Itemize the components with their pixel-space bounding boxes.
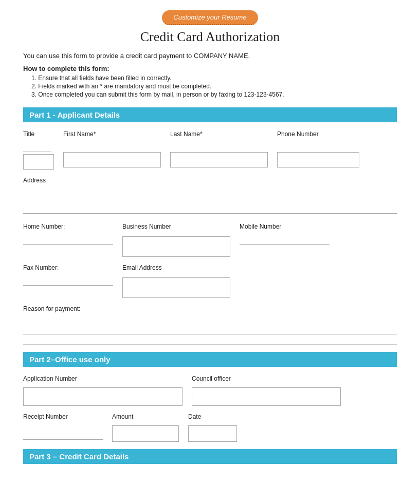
home-number-input[interactable] xyxy=(23,232,113,245)
date-input[interactable] xyxy=(188,425,237,442)
app-number-group: Application Number xyxy=(23,375,182,406)
email-label: Email Address xyxy=(122,264,230,271)
part1-row2: Home Number: Business Number Mobile Numb… xyxy=(23,223,397,257)
customize-resume-button[interactable]: Customize your Resume xyxy=(162,10,258,25)
email-input[interactable] xyxy=(122,277,230,298)
amount-label: Amount xyxy=(112,413,179,420)
business-number-group: Business Number xyxy=(122,223,230,257)
reason-group: Reason for payment: xyxy=(23,305,397,335)
last-name-input[interactable] xyxy=(170,152,268,167)
home-number-label: Home Number: xyxy=(23,223,113,230)
amount-group: Amount xyxy=(112,413,179,442)
how-to-step-1: 1. Ensure that all fields have been fill… xyxy=(31,74,397,82)
council-label: Council officer xyxy=(192,375,341,382)
part2-header: Part 2–Office use only xyxy=(23,352,397,367)
date-label: Date xyxy=(188,413,237,420)
last-name-label: Last Name* xyxy=(170,130,268,138)
title-select-input[interactable] xyxy=(23,154,54,170)
part1-row3: Fax Number: Email Address xyxy=(23,264,397,298)
phone-label: Phone Number xyxy=(277,130,359,138)
title-group: Title xyxy=(23,130,54,170)
phone-input[interactable] xyxy=(277,152,359,167)
how-to-step-3: 3. Once completed you can submit this fo… xyxy=(31,91,397,98)
last-name-group: Last Name* xyxy=(170,130,268,167)
fax-group: Fax Number: xyxy=(23,264,113,286)
title-input[interactable] xyxy=(23,140,51,152)
part1-row1: Title First Name* Last Name* Phone Numbe… xyxy=(23,130,397,170)
address-group: Address xyxy=(23,177,397,214)
part3-header: Part 3 – Credit Card Details xyxy=(23,449,397,464)
app-number-label: Application Number xyxy=(23,375,182,382)
reason-label: Reason for payment: xyxy=(23,305,397,312)
intro-text: You can use this form to provide a credi… xyxy=(23,52,397,60)
mobile-number-label: Mobile Number xyxy=(240,223,330,230)
fax-label: Fax Number: xyxy=(23,264,113,271)
how-to-section: How to complete this form: 1. Ensure tha… xyxy=(23,65,397,98)
how-to-step-2: 2. Fields marked with an * are mandatory… xyxy=(31,83,397,90)
app-number-input[interactable] xyxy=(23,387,182,406)
receipt-input[interactable] xyxy=(23,427,103,440)
page-title: Credit Card Authorization xyxy=(23,29,397,45)
email-group: Email Address xyxy=(122,264,230,298)
business-number-label: Business Number xyxy=(122,223,230,230)
mobile-number-input[interactable] xyxy=(240,232,330,245)
part2-row1: Application Number Council officer xyxy=(23,375,397,406)
receipt-group: Receipt Number xyxy=(23,413,103,440)
part2-row2: Receipt Number Amount Date xyxy=(23,413,397,442)
first-name-input[interactable] xyxy=(63,152,161,167)
address-input[interactable] xyxy=(23,188,397,214)
divider1 xyxy=(23,344,397,345)
phone-group: Phone Number xyxy=(277,130,359,167)
date-group: Date xyxy=(188,413,237,442)
home-number-group: Home Number: xyxy=(23,223,113,245)
fax-input[interactable] xyxy=(23,273,113,286)
how-to-steps: 1. Ensure that all fields have been fill… xyxy=(23,74,397,98)
title-label: Title xyxy=(23,130,54,138)
council-input[interactable] xyxy=(192,387,341,406)
reason-input[interactable] xyxy=(23,314,397,335)
first-name-label: First Name* xyxy=(63,130,161,138)
how-to-label: How to complete this form: xyxy=(23,65,397,72)
mobile-number-group: Mobile Number xyxy=(240,223,330,245)
amount-input[interactable] xyxy=(112,425,179,442)
first-name-group: First Name* xyxy=(63,130,161,167)
council-group: Council officer xyxy=(192,375,341,406)
receipt-label: Receipt Number xyxy=(23,413,103,420)
part1-header: Part 1 - Applicant Details xyxy=(23,107,397,122)
address-label: Address xyxy=(23,177,397,184)
business-number-input[interactable] xyxy=(122,236,230,257)
